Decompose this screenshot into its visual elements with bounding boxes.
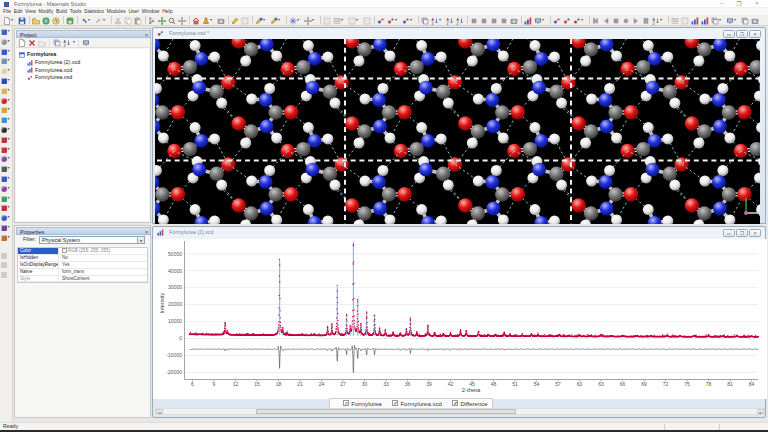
svg-text:24: 24 bbox=[319, 381, 325, 387]
svg-text:81: 81 bbox=[727, 381, 733, 387]
svg-text:15: 15 bbox=[254, 381, 260, 387]
svg-text:75: 75 bbox=[684, 381, 690, 387]
svg-text:63: 63 bbox=[598, 381, 604, 387]
svg-text:30000: 30000 bbox=[168, 284, 182, 290]
svg-text:Z: Z bbox=[447, 21, 450, 25]
svg-text:12: 12 bbox=[233, 381, 239, 387]
svg-text:27: 27 bbox=[340, 381, 346, 387]
svg-text:Intensity: Intensity bbox=[159, 293, 165, 314]
svg-text:50000: 50000 bbox=[168, 251, 182, 257]
svg-text:69: 69 bbox=[641, 381, 647, 387]
svg-text:-10000: -10000 bbox=[166, 352, 182, 358]
svg-text:51: 51 bbox=[512, 381, 518, 387]
svg-text:18: 18 bbox=[276, 381, 282, 387]
svg-text:-20000: -20000 bbox=[166, 369, 182, 375]
svg-text:9: 9 bbox=[213, 381, 216, 387]
svg-text:A: A bbox=[432, 17, 435, 21]
svg-text:0: 0 bbox=[179, 335, 182, 341]
svg-text:Z: Z bbox=[457, 21, 460, 25]
svg-text:84: 84 bbox=[749, 381, 755, 387]
svg-text:20000: 20000 bbox=[168, 301, 182, 307]
svg-text:36: 36 bbox=[405, 381, 411, 387]
svg-text:A: A bbox=[457, 17, 460, 21]
svg-text:Z: Z bbox=[653, 21, 656, 25]
svg-text:Z: Z bbox=[432, 21, 435, 25]
svg-text:48: 48 bbox=[491, 381, 497, 387]
svg-text:39: 39 bbox=[426, 381, 432, 387]
svg-text:2-theta: 2-theta bbox=[462, 387, 481, 393]
svg-text:78: 78 bbox=[706, 381, 712, 387]
svg-text:54: 54 bbox=[534, 381, 540, 387]
svg-text:42: 42 bbox=[448, 381, 454, 387]
svg-text:6: 6 bbox=[191, 381, 194, 387]
svg-text:A: A bbox=[653, 17, 656, 21]
svg-text:60: 60 bbox=[577, 381, 583, 387]
svg-text:57: 57 bbox=[555, 381, 561, 387]
svg-text:66: 66 bbox=[620, 381, 626, 387]
svg-text:40000: 40000 bbox=[168, 268, 182, 274]
svg-text:Z: Z bbox=[64, 44, 67, 48]
svg-text:A: A bbox=[64, 40, 67, 44]
svg-text:21: 21 bbox=[297, 381, 303, 387]
svg-text:30: 30 bbox=[362, 381, 368, 387]
svg-text:A: A bbox=[447, 17, 450, 21]
svg-text:10000: 10000 bbox=[168, 318, 182, 324]
svg-text:72: 72 bbox=[663, 381, 669, 387]
svg-text:33: 33 bbox=[383, 381, 389, 387]
